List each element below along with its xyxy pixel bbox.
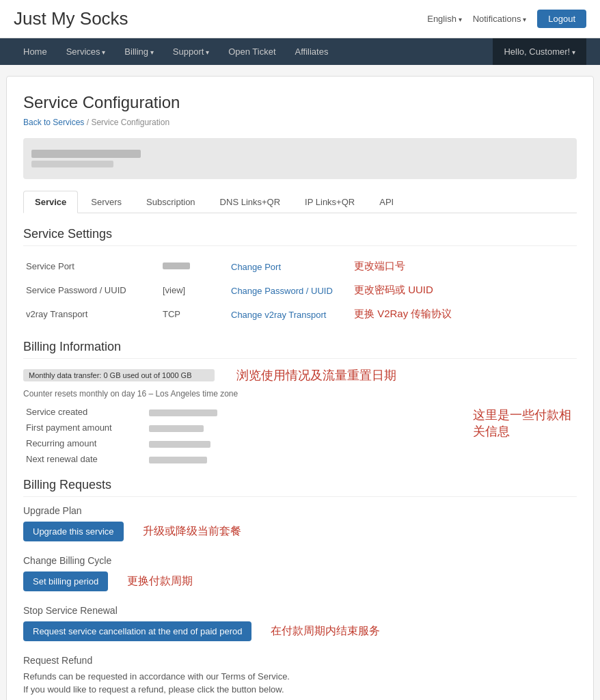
billing-requests-title: Billing Requests — [23, 478, 577, 497]
billing-rows-annotation: 这里是一些付款相关信息 — [473, 407, 577, 440]
header-right: English Notifications Logout — [427, 10, 586, 28]
language-selector[interactable]: English — [427, 14, 461, 24]
table-row: v2ray Transport TCP Change v2ray Transpo… — [23, 302, 577, 326]
change-port-annotation: 更改端口号 — [351, 254, 577, 278]
billing-requests-section: Billing Requests Upgrade Plan Upgrade th… — [23, 478, 577, 700]
next-renewal-value — [146, 451, 448, 467]
tab-subscription[interactable]: Subscription — [135, 191, 207, 213]
nav-hello[interactable]: Hello, Customer! — [493, 38, 586, 65]
nav-open-ticket[interactable]: Open Ticket — [219, 38, 285, 65]
billing-info-title: Billing Information — [23, 340, 577, 359]
stop-renewal-subsection: Stop Service Renewal Request service can… — [23, 605, 577, 641]
tab-dns-links-qr[interactable]: DNS Links+QR — [208, 191, 292, 213]
change-password-link[interactable]: Change Password / UUID — [231, 286, 333, 296]
stop-renewal-row: Request service cancellation at the end … — [23, 621, 577, 641]
table-row: Service created — [23, 404, 448, 420]
billing-progress-row: Monthly data transfer: 0 GB used out of … — [23, 367, 577, 383]
v2ray-transport-value: TCP — [160, 302, 228, 326]
billing-progress-annotation: 浏览使用情况及流量重置日期 — [236, 367, 396, 383]
request-refund-subsection: Request Refund Refunds can be requested … — [23, 655, 577, 700]
request-refund-label: Request Refund — [23, 655, 577, 666]
nav-services[interactable]: Services — [57, 38, 115, 65]
billing-cycle-annotation: 更换付款周期 — [127, 574, 193, 589]
service-settings-section: Service Settings Service Port Change Por… — [23, 227, 577, 326]
refund-note2: If you would like to request a refund, p… — [23, 684, 577, 695]
main-content: Service Configuration Back to Services /… — [6, 76, 594, 700]
nav-home[interactable]: Home — [14, 38, 57, 65]
v2ray-transport-label: v2ray Transport — [23, 302, 160, 326]
breadcrumb: Back to Services / Service Configuration — [23, 118, 577, 127]
page-title: Service Configuration — [23, 93, 577, 112]
nav-billing[interactable]: Billing — [115, 38, 163, 65]
tab-bar: Service Servers Subscription DNS Links+Q… — [23, 190, 577, 213]
navbar: Home Services Billing Support Open Ticke… — [0, 38, 600, 65]
stop-renewal-label: Stop Service Renewal — [23, 605, 577, 616]
logout-button[interactable]: Logout — [537, 10, 586, 28]
service-settings-title: Service Settings — [23, 227, 577, 246]
recurring-amount-value — [146, 435, 448, 451]
billing-details-table: Service created First payment amount Rec… — [23, 404, 448, 467]
upgrade-annotation: 升级或降级当前套餐 — [143, 524, 241, 539]
service-banner — [23, 138, 577, 179]
upgrade-plan-label: Upgrade Plan — [23, 505, 577, 516]
tab-service[interactable]: Service — [23, 191, 78, 213]
refund-note1: Refunds can be requested in accordance w… — [23, 671, 577, 682]
billing-info-section: Billing Information Monthly data transfe… — [23, 340, 577, 472]
request-cancellation-button[interactable]: Request service cancellation at the end … — [23, 621, 251, 641]
stop-renewal-annotation: 在付款周期内结束服务 — [271, 624, 380, 638]
upgrade-service-button[interactable]: Upgrade this service — [23, 522, 124, 541]
tab-servers[interactable]: Servers — [79, 191, 133, 213]
table-row: Recurring amount — [23, 435, 448, 451]
progress-bar-label: Monthly data transfer: 0 GB used out of … — [23, 369, 215, 381]
notifications-link[interactable]: Notifications — [473, 14, 527, 24]
table-row: First payment amount — [23, 420, 448, 435]
logo: Just My Socks — [14, 8, 128, 29]
data-usage-progress-bar: Monthly data transfer: 0 GB used out of … — [23, 369, 215, 381]
service-password-label: Service Password / UUID — [23, 278, 160, 302]
service-created-value — [146, 404, 448, 420]
upgrade-plan-subsection: Upgrade Plan Upgrade this service 升级或降级当… — [23, 505, 577, 541]
first-payment-value — [146, 420, 448, 435]
billing-details-row: Service created First payment amount Rec… — [23, 404, 577, 472]
recurring-amount-label: Recurring amount — [23, 435, 146, 451]
service-settings-table: Service Port Change Port 更改端口号 Service P… — [23, 254, 577, 326]
service-port-label: Service Port — [23, 254, 160, 278]
nav-support[interactable]: Support — [163, 38, 219, 65]
first-payment-label: First payment amount — [23, 420, 146, 435]
service-port-value — [160, 254, 228, 278]
upgrade-plan-row: Upgrade this service 升级或降级当前套餐 — [23, 522, 577, 541]
nav-affiliates[interactable]: Affiliates — [286, 38, 338, 65]
service-created-label: Service created — [23, 404, 146, 420]
change-billing-cycle-subsection: Change Billing Cycle Set billing period … — [23, 555, 577, 591]
change-port-link[interactable]: Change Port — [231, 262, 281, 272]
table-row: Next renewal date — [23, 451, 448, 467]
table-row: Service Password / UUID [view] Change Pa… — [23, 278, 577, 302]
change-password-annotation: 更改密码或 UUID — [351, 278, 577, 302]
service-password-value: [view] — [160, 278, 228, 302]
tab-ip-links-qr[interactable]: IP Links+QR — [293, 191, 366, 213]
header: Just My Socks English Notifications Logo… — [0, 0, 600, 38]
change-v2ray-link[interactable]: Change v2ray Transport — [231, 310, 326, 320]
billing-cycle-row: Set billing period 更换付款周期 — [23, 571, 577, 591]
next-renewal-label: Next renewal date — [23, 451, 146, 467]
counter-reset-note: Counter resets monthly on day 16 – Los A… — [23, 389, 577, 399]
change-v2ray-annotation: 更换 V2Ray 传输协议 — [351, 302, 577, 326]
table-row: Service Port Change Port 更改端口号 — [23, 254, 577, 278]
change-billing-cycle-label: Change Billing Cycle — [23, 555, 577, 566]
breadcrumb-back[interactable]: Back to Services — [23, 118, 84, 127]
breadcrumb-current: Service Configuration — [91, 118, 169, 127]
set-billing-period-button[interactable]: Set billing period — [23, 571, 108, 591]
tab-api[interactable]: API — [368, 191, 405, 213]
